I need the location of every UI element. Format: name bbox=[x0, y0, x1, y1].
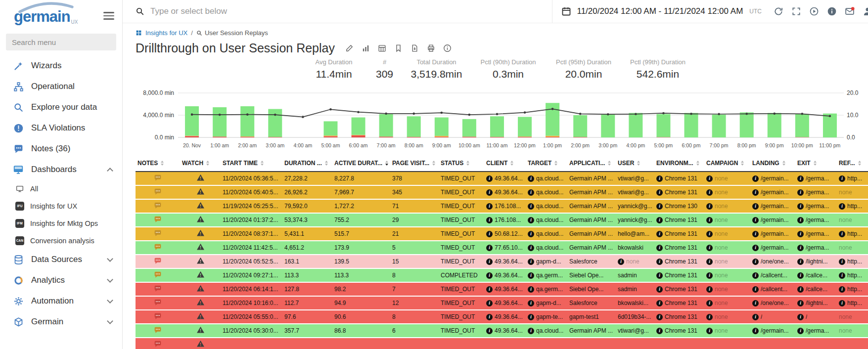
sort-icon[interactable] bbox=[554, 161, 557, 166]
info-icon[interactable]: i bbox=[528, 175, 534, 182]
session-row[interactable]: 11/20/2024 08:37:1...5,431.1515.721TIMED… bbox=[136, 227, 868, 241]
info-icon[interactable]: i bbox=[797, 314, 804, 320]
info-icon[interactable]: i bbox=[656, 189, 663, 196]
info-icon[interactable]: i bbox=[528, 272, 534, 279]
notes-icon[interactable] bbox=[154, 216, 162, 223]
play-icon[interactable] bbox=[809, 6, 819, 16]
info-icon[interactable]: i bbox=[706, 245, 713, 251]
info-icon[interactable] bbox=[443, 44, 452, 52]
info-icon[interactable]: i bbox=[839, 203, 845, 210]
watch-warning-icon[interactable] bbox=[196, 257, 205, 265]
info-icon[interactable]: i bbox=[486, 300, 493, 306]
info-icon[interactable]: i bbox=[486, 231, 493, 237]
info-icon[interactable]: i bbox=[656, 314, 663, 320]
notes-icon[interactable] bbox=[154, 299, 162, 306]
info-icon[interactable]: i bbox=[752, 203, 759, 210]
notes-icon[interactable] bbox=[154, 326, 162, 334]
sort-icon[interactable] bbox=[385, 161, 388, 166]
info-icon[interactable]: i bbox=[486, 259, 493, 265]
sort-icon[interactable] bbox=[466, 161, 469, 166]
info-icon[interactable]: i bbox=[752, 217, 759, 223]
sidebar-item-germain[interactable]: Germain bbox=[0, 311, 122, 332]
watch-warning-icon[interactable] bbox=[196, 229, 205, 237]
print-icon[interactable] bbox=[427, 44, 435, 52]
info-icon[interactable]: i bbox=[797, 286, 804, 293]
info-icon[interactable]: i bbox=[528, 203, 534, 210]
watch-warning-icon[interactable] bbox=[196, 270, 205, 279]
sort-icon[interactable] bbox=[432, 161, 435, 166]
info-icon[interactable]: i bbox=[797, 231, 804, 237]
watch-warning-icon[interactable] bbox=[196, 187, 205, 196]
sidebar-subitem-insights-for-mktg-ops[interactable]: IFM Insights for Mktg Ops bbox=[0, 215, 122, 232]
info-icon[interactable]: i bbox=[752, 314, 759, 320]
edit-icon[interactable] bbox=[345, 44, 354, 52]
bookmark-icon[interactable] bbox=[394, 44, 403, 52]
breadcrumb-parent[interactable]: Insights for UX bbox=[145, 29, 187, 37]
info-icon[interactable]: i bbox=[839, 300, 845, 306]
info-icon[interactable]: i bbox=[656, 231, 663, 237]
info-icon[interactable]: i bbox=[797, 259, 804, 265]
sort-icon[interactable] bbox=[161, 161, 164, 166]
info-icon[interactable]: i bbox=[706, 300, 713, 306]
column-header-campaign[interactable]: CAMPAIGN bbox=[704, 155, 750, 172]
info-icon[interactable]: i bbox=[797, 272, 804, 279]
info-icon[interactable]: i bbox=[706, 328, 713, 334]
info-icon[interactable]: i bbox=[486, 203, 493, 210]
sidebar-search-input[interactable] bbox=[6, 34, 116, 50]
info-icon[interactable]: i bbox=[839, 175, 845, 182]
notifications-icon[interactable] bbox=[845, 6, 855, 16]
session-row[interactable]: 11/20/2024 05:40:5...26,926.27,969.7345T… bbox=[136, 185, 868, 199]
sidebar-item-operational[interactable]: Operational bbox=[0, 76, 122, 97]
sort-icon[interactable] bbox=[814, 161, 817, 166]
table-icon[interactable] bbox=[378, 44, 386, 52]
info-icon[interactable]: i bbox=[752, 189, 759, 196]
info-icon[interactable]: i bbox=[528, 189, 534, 196]
watch-warning-icon[interactable] bbox=[196, 174, 205, 182]
info-icon[interactable]: i bbox=[528, 231, 534, 237]
info-icon[interactable]: i bbox=[528, 286, 534, 293]
column-header-applicati[interactable]: APPLICATI... bbox=[567, 155, 616, 172]
notes-icon[interactable] bbox=[154, 285, 162, 293]
sidebar-item-data-sources[interactable]: Data Sources bbox=[0, 249, 122, 270]
export-icon[interactable] bbox=[411, 44, 419, 52]
sidebar-item-automation[interactable]: Automation bbox=[0, 291, 122, 311]
info-icon[interactable]: i bbox=[656, 217, 663, 223]
sidebar-subitem-conversion-analysis[interactable]: CAN Conversion analysis bbox=[0, 232, 122, 249]
watch-warning-icon[interactable] bbox=[196, 215, 205, 223]
session-row[interactable]: 11/20/2024 05:55:0...97.690.68TIMED_OUTi… bbox=[136, 310, 868, 324]
info-icon[interactable]: i bbox=[752, 175, 759, 182]
sort-icon[interactable] bbox=[206, 161, 209, 166]
info-icon[interactable]: i bbox=[706, 217, 713, 223]
sidebar-item-sla-violations[interactable]: SLA Violations bbox=[0, 118, 122, 138]
sort-icon[interactable] bbox=[782, 161, 785, 166]
column-header-client[interactable]: CLIENT bbox=[484, 155, 526, 172]
info-icon[interactable]: i bbox=[486, 286, 493, 293]
notes-icon[interactable] bbox=[154, 312, 162, 320]
watch-warning-icon[interactable] bbox=[196, 298, 205, 306]
date-range-picker[interactable]: 11/20/2024 12:00 AM - 11/21/2024 12:00 A… bbox=[552, 0, 768, 23]
watch-warning-icon[interactable] bbox=[196, 201, 205, 210]
notes-icon[interactable] bbox=[154, 271, 162, 279]
info-icon[interactable]: i bbox=[752, 286, 759, 293]
watch-warning-icon[interactable] bbox=[196, 326, 205, 334]
session-row[interactable] bbox=[136, 338, 868, 349]
column-header-environm[interactable]: ENVIRONM... bbox=[654, 155, 704, 172]
info-icon[interactable]: i bbox=[528, 328, 534, 334]
user-icon[interactable] bbox=[863, 6, 868, 16]
info-icon[interactable]: i bbox=[752, 328, 759, 334]
column-header-active-durat[interactable]: ACTIVE DURAT... bbox=[332, 155, 390, 172]
notes-icon[interactable] bbox=[154, 174, 162, 182]
info-icon[interactable]: i bbox=[528, 259, 534, 265]
notes-icon[interactable] bbox=[154, 202, 162, 210]
info-icon[interactable]: i bbox=[656, 203, 663, 210]
column-header-status[interactable]: STATUS bbox=[439, 155, 484, 172]
column-header-landing[interactable]: LANDING bbox=[750, 155, 795, 172]
notes-icon[interactable] bbox=[154, 257, 162, 265]
column-header-target[interactable]: TARGET bbox=[526, 155, 567, 172]
notes-icon[interactable] bbox=[154, 229, 162, 237]
info-icon[interactable]: i bbox=[797, 203, 804, 210]
watch-warning-icon[interactable] bbox=[196, 312, 205, 320]
sidebar-item-notes[interactable]: Notes (36) bbox=[0, 138, 122, 159]
session-row[interactable]: 11/20/2024 05:30:0...357.786.86TIMED_OUT… bbox=[136, 324, 868, 338]
info-icon[interactable]: i bbox=[528, 300, 534, 306]
